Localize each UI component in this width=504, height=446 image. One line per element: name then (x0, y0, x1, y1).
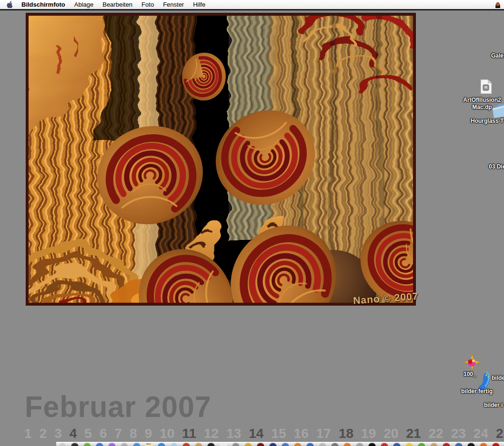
menu-item-ablage[interactable]: Ablage (74, 1, 93, 8)
menu-item-hilfe[interactable]: Hilfe (193, 1, 205, 8)
calendar-day-6: 6 (100, 426, 107, 441)
calendar-day-4: 4 (70, 426, 77, 441)
app-menu-bildschirmfoto[interactable]: Bildschirmfoto (21, 1, 65, 8)
dock-icon-26[interactable] (368, 443, 376, 446)
dock-icon-8[interactable]: Henn (145, 443, 153, 446)
calendar-day-2: 2 (40, 426, 47, 441)
dock-icon-30[interactable] (418, 443, 425, 446)
apple-menu[interactable] (6, 0, 13, 9)
calendar-day-18: 18 (339, 426, 353, 441)
desktop-icon-bilder-fertig[interactable]: bilder fertig (461, 388, 493, 395)
calendar-day-10: 10 (160, 426, 174, 441)
hooded-figure-menu-icon[interactable] (494, 0, 502, 10)
dock-icon-33[interactable] (455, 443, 463, 446)
calendar-day-8: 8 (130, 426, 137, 441)
dock-icon-12[interactable] (195, 443, 202, 446)
menu-item-foto[interactable]: Foto (141, 1, 154, 8)
desktop-icon-artofillusion[interactable]: ArtOfIllusion2 Mac.dp (458, 97, 504, 111)
menu-items: Ablage Bearbeiten Foto Fenster Hilfe (74, 1, 205, 8)
dock-icon-21[interactable] (306, 443, 314, 446)
dock-icon-4[interactable] (96, 443, 103, 446)
calendar-day-15: 15 (271, 426, 286, 441)
apple-icon (6, 0, 13, 9)
dock[interactable]: Henn (56, 441, 504, 446)
dock-icon-16[interactable] (244, 443, 252, 446)
dock-icon-3[interactable] (83, 443, 91, 446)
dock-icon-6[interactable] (121, 443, 128, 446)
dock-icon-2[interactable] (71, 443, 79, 446)
desktop-icon-bilder-i[interactable]: bilder i (484, 402, 503, 408)
dock-icon-11[interactable] (182, 443, 190, 446)
dock-icon-25[interactable] (356, 443, 363, 446)
calendar-day-21: 21 (406, 426, 421, 441)
dock-icon-34[interactable] (467, 443, 475, 446)
calendar-day-11: 11 (182, 426, 196, 441)
dock-icon-22[interactable] (319, 443, 326, 446)
dock-icon-24[interactable] (343, 443, 351, 446)
calendar-day-14: 14 (249, 426, 263, 441)
calendar-day-19: 19 (361, 426, 376, 441)
dock-icon-27[interactable] (381, 443, 388, 446)
artofillusion-label-line1: ArtOfIllusion2 (458, 97, 504, 104)
dock-icon-label: Henn (146, 443, 151, 445)
desktop-icon-hourglass[interactable]: Hourglass T (471, 118, 504, 124)
calendar-day-25: 25 (496, 426, 504, 441)
dock-icon-35[interactable] (480, 443, 487, 446)
dock-icon-29[interactable] (405, 443, 413, 446)
desktop-icon-galerie[interactable]: Galer (491, 52, 504, 59)
calendar-title: Februar 2007 (25, 389, 212, 424)
calendar-day-16: 16 (294, 426, 309, 441)
calendar-days-row: 1234567891011121314151617181920212223242… (24, 426, 504, 441)
calendar-day-17: 17 (316, 426, 331, 441)
artofillusion-label-line2: Mac.dp (458, 104, 504, 111)
calendar-day-23: 23 (451, 426, 466, 441)
calendar-day-12: 12 (204, 426, 219, 441)
desktop-icon-bilder[interactable]: bilder (492, 375, 504, 381)
dock-icon-18[interactable] (269, 443, 277, 446)
dock-icon-20[interactable] (294, 443, 302, 446)
dock-icon-31[interactable] (430, 443, 438, 446)
dock-icon-1[interactable] (59, 443, 66, 446)
dock-icon-28[interactable] (393, 443, 401, 446)
menu-item-bearbeiten[interactable]: Bearbeiten (102, 1, 132, 8)
menu-bar: Bildschirmfoto Ablage Bearbeiten Foto Fe… (0, 0, 504, 10)
dock-icon-7[interactable] (133, 443, 141, 446)
desktop: { "menu_bar": { "apple_logo": "apple-ico… (0, 0, 504, 446)
calendar-day-20: 20 (383, 426, 398, 441)
calendar-day-3: 3 (54, 426, 62, 441)
dock-icon-13[interactable] (207, 443, 215, 446)
dock-icon-14[interactable] (220, 443, 227, 446)
dock-icon-15[interactable] (232, 443, 240, 446)
dock-icon-23[interactable] (331, 443, 339, 446)
calendar-day-7: 7 (114, 426, 122, 441)
calendar-day-13: 13 (226, 426, 241, 441)
calendar-day-5: 5 (84, 426, 92, 441)
desktop-icon-100[interactable]: 100_ (464, 371, 476, 377)
dock-icon-36[interactable] (492, 443, 500, 446)
calendar-day-9: 9 (145, 426, 152, 441)
artwork-window[interactable]: Nano © 2007 (26, 13, 415, 305)
document-icon[interactable] (480, 79, 492, 96)
dock-icon-17[interactable] (257, 443, 264, 446)
desktop-icon-03-die[interactable]: 03 Die (489, 163, 504, 170)
dock-icon-5[interactable] (108, 443, 116, 446)
calendar-day-1: 1 (24, 426, 32, 441)
dock-icon-9[interactable] (158, 443, 165, 446)
star-icon[interactable] (463, 353, 481, 373)
calendar-day-24: 24 (474, 426, 488, 441)
dock-icon-19[interactable] (282, 443, 289, 446)
fractal-artwork (29, 16, 413, 303)
dock-icon-10[interactable] (170, 443, 178, 446)
menu-item-fenster[interactable]: Fenster (163, 1, 184, 8)
calendar-day-22: 22 (429, 426, 444, 441)
dock-icon-32[interactable] (443, 443, 450, 446)
